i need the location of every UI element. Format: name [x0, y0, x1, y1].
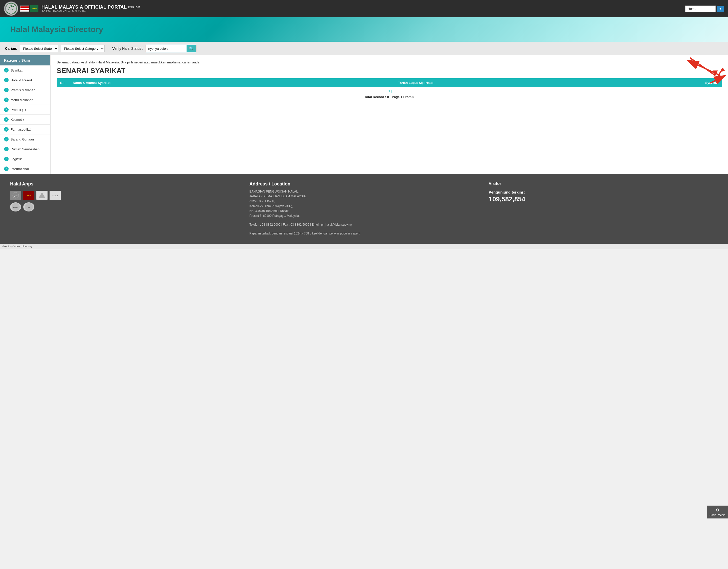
nav-select-wrap: Home About Services Contact ▼ — [685, 6, 724, 12]
sidebar-label-premis: Premis Makanan — [11, 88, 35, 92]
sidebar-label-farmaseutikal: Farmaseutikal — [11, 128, 31, 131]
check-icon-rumah: ✓ — [4, 147, 9, 151]
verify-input[interactable] — [146, 45, 187, 52]
footer-address-col: Address / Location BAHAGIAN PENGURUSAN H… — [249, 182, 479, 236]
footer-address-title: Address / Location — [249, 182, 479, 187]
svg-text:JAKIM: JAKIM — [26, 195, 32, 196]
sidebar-label-logistik: Logistik — [11, 157, 22, 161]
svg-text:HALAL: HALAL — [13, 207, 18, 208]
main-content: Kategori / Skim ✓ Syarikat ✓ Hotel & Res… — [0, 55, 728, 174]
verify-input-wrap: 🔍 — [146, 45, 196, 52]
table-header-syarikat: Syarikat — [702, 78, 722, 87]
table-header-nama: Nama & Alamat Syarikat — [69, 78, 395, 87]
lang-bm[interactable]: BM — [136, 6, 140, 9]
svg-text:حلال: حلال — [8, 5, 14, 8]
check-icon-hotel: ✓ — [4, 78, 9, 82]
footer-apps-col: Halal Apps حلال JAKIM — [10, 182, 239, 236]
app-logo-6: MY — [23, 203, 34, 212]
svg-text:HALAL: HALAL — [8, 9, 14, 11]
results-table: Bil Nama & Alamat Syarikat Tarikh Luput … — [57, 78, 722, 101]
footer: Halal Apps حلال JAKIM — [0, 174, 728, 244]
sidebar-label-produk: Produk (1) — [11, 108, 26, 112]
visitor-label: Pengunjung terkini : — [489, 190, 718, 194]
banner-title: Halal Malaysia Directory — [10, 25, 718, 34]
sidebar-item-barang[interactable]: ✓ Barang Gunaan — [0, 134, 50, 144]
malaysia-flag — [20, 6, 29, 12]
table-header-bil: Bil — [57, 78, 69, 87]
footer-address-line-5: No. 3 Jalan Tun Abdul Razak, — [249, 209, 479, 214]
app-logo-4: BADAN — [50, 191, 61, 200]
svg-text:حلال: حلال — [14, 195, 18, 197]
sidebar-item-international[interactable]: ✓ International — [0, 164, 50, 174]
footer-resolution: Paparan terbaik dengan resolusi 1024 x 7… — [249, 231, 479, 236]
lang-eng[interactable]: ENG — [128, 6, 134, 9]
jakim-flags: JAKIM — [20, 5, 38, 12]
status-url: directory/index_directory — [2, 245, 32, 248]
check-icon-produk: ✓ — [4, 107, 9, 112]
app-logo-1: حلال — [10, 191, 21, 200]
portal-subtitle: PORTAL RASMI HALAL MALAYSIA — [41, 10, 682, 13]
portal-title: HALAL MALAYSIA OFFICIAL PORTALENG BM POR… — [41, 5, 682, 13]
sidebar-item-menu[interactable]: ✓ Menu Makanan — [0, 95, 50, 105]
svg-marker-15 — [38, 192, 45, 198]
banner: Halal Malaysia Directory — [0, 17, 728, 42]
nav-select[interactable]: Home About Services Contact — [685, 6, 716, 12]
sidebar-item-farmaseutikal[interactable]: ✓ Farmaseutikal — [0, 125, 50, 134]
footer-address-line-6: Presint 3, 62100 Putrajaya, Malaysia. — [249, 214, 479, 218]
search-label: Carian: — [5, 47, 17, 51]
total-record: Total Record : 0 - Page 1 From 0 — [57, 95, 722, 101]
page-number[interactable]: [ 1 ] — [386, 89, 392, 93]
svg-text:MY: MY — [28, 207, 30, 208]
sidebar-label-hotel: Hotel & Resort — [11, 78, 32, 82]
halal-logo: حلال HALAL — [4, 2, 18, 16]
table-header-tarikh: Tarikh Luput Sijil Halal — [395, 78, 702, 87]
check-icon-menu: ✓ — [4, 98, 9, 102]
portal-title-text: HALAL MALAYSIA OFFICIAL PORTAL — [41, 5, 127, 10]
footer-address-line-2: JABATAN KEMAJUAN ISLAM MALAYSIA, — [249, 194, 479, 199]
top-header: حلال HALAL JAKIM HALAL MALAYSIA OFFICIAL… — [0, 0, 728, 17]
sidebar-item-rumah[interactable]: ✓ Rumah Sembelihan — [0, 144, 50, 154]
footer-logos: حلال JAKIM BADAN — [10, 191, 239, 200]
sidebar-label-international: International — [11, 167, 29, 171]
app-logo-2: JAKIM — [23, 191, 34, 200]
check-icon-international: ✓ — [4, 167, 9, 171]
footer-address-line-1: BAHAGIAN PENGURUSAN HALAL, — [249, 189, 479, 194]
logo-area: حلال HALAL JAKIM — [4, 2, 38, 16]
state-select[interactable]: Please Select State Johor Kedah Kelantan… — [20, 45, 58, 52]
footer-logos-2: HALAL MY — [10, 203, 239, 212]
sidebar: Kategori / Skim ✓ Syarikat ✓ Hotel & Res… — [0, 55, 51, 174]
sidebar-item-logistik[interactable]: ✓ Logistik — [0, 154, 50, 164]
sidebar-label-barang: Barang Gunaan — [11, 138, 34, 141]
svg-text:BADAN: BADAN — [53, 195, 58, 197]
check-icon-syarikat: ✓ — [4, 68, 9, 73]
app-logo-3 — [36, 191, 48, 200]
footer-contact: Telefon : 03-8892 5000 | Fax : 03-8892 5… — [249, 222, 479, 227]
welcome-text: Selamat datang ke direktori Halal Malays… — [57, 60, 722, 64]
status-bar: directory/index_directory — [0, 244, 728, 249]
check-icon-logistik: ✓ — [4, 157, 9, 161]
verify-button[interactable]: 🔍 — [187, 45, 196, 52]
sidebar-item-kosmetik[interactable]: ✓ Kosmetik — [0, 115, 50, 125]
sidebar-label-kosmetik: Kosmetik — [11, 118, 24, 122]
category-select[interactable]: Please Select Category Syarikat Hotel & … — [61, 45, 105, 52]
check-icon-barang: ✓ — [4, 137, 9, 142]
visitor-count: 109,582,854 — [489, 195, 718, 203]
check-icon-farmaseutikal: ✓ — [4, 127, 9, 132]
svg-point-0 — [5, 3, 17, 14]
jakim-logo: JAKIM — [30, 5, 38, 12]
app-logo-5: HALAL — [10, 203, 21, 212]
footer-address-line-4: Kompleks Islam Putrajaya (KIP), — [249, 204, 479, 209]
sidebar-item-hotel[interactable]: ✓ Hotel & Resort — [0, 75, 50, 85]
sidebar-label-menu: Menu Makanan — [11, 98, 33, 102]
check-icon-kosmetik: ✓ — [4, 117, 9, 122]
senarai-title: SENARAI SYARIKAT — [57, 67, 722, 75]
sidebar-item-produk[interactable]: ✓ Produk (1) — [0, 105, 50, 115]
pagination: [ 1 ] — [57, 87, 722, 95]
footer-visitor-col: Visitor Pengunjung terkini : 109,582,854 — [489, 182, 718, 236]
nav-go-button[interactable]: ▼ — [717, 6, 724, 12]
sidebar-item-syarikat[interactable]: ✓ Syarikat — [0, 65, 50, 75]
sidebar-header: Kategori / Skim — [0, 55, 50, 65]
sidebar-item-premis[interactable]: ✓ Premis Makanan — [0, 85, 50, 95]
footer-visitor-title: Visitor — [489, 182, 718, 186]
footer-address-line-3: Aras 6 & 7, Blok D, — [249, 199, 479, 204]
